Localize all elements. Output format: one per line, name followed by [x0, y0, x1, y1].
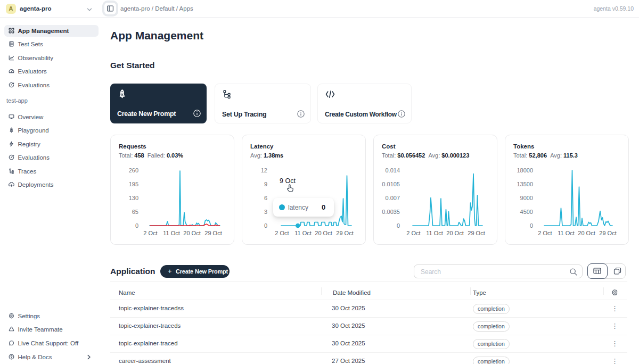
svg-text:0.0035: 0.0035 — [382, 209, 400, 215]
svg-text:Cost: Cost — [382, 143, 396, 150]
svg-text:0: 0 — [530, 222, 533, 229]
svg-text:9: 9 — [264, 181, 267, 187]
svg-text:Total: $0.056452 Avg: $0.0001: Total: $0.056452 Avg: $0.000123 — [382, 152, 469, 159]
svg-text:260: 260 — [129, 167, 138, 173]
svg-text:29 Oct: 29 Oct — [336, 230, 353, 236]
svg-text:Latency: Latency — [250, 143, 274, 150]
svg-text:0: 0 — [264, 222, 267, 229]
svg-text:2 Oct: 2 Oct — [406, 230, 420, 236]
svg-text:2 Oct: 2 Oct — [143, 230, 157, 236]
svg-text:4500: 4500 — [520, 209, 533, 215]
svg-text:18000: 18000 — [517, 167, 533, 173]
svg-text:Total: 52,806 Avg: 115.3: Total: 52,806 Avg: 115.3 — [513, 152, 578, 159]
svg-text:195: 195 — [129, 181, 138, 187]
svg-text:11 Oct: 11 Oct — [163, 230, 180, 236]
svg-text:0: 0 — [397, 222, 400, 229]
svg-text:0.014: 0.014 — [385, 167, 400, 173]
svg-text:29 Oct: 29 Oct — [599, 230, 616, 236]
svg-text:29 Oct: 29 Oct — [468, 230, 485, 236]
svg-text:Tokens: Tokens — [513, 143, 534, 150]
svg-text:20 Oct: 20 Oct — [578, 230, 595, 236]
svg-text:20 Oct: 20 Oct — [446, 230, 463, 236]
svg-text:20 Oct: 20 Oct — [183, 230, 200, 236]
svg-text:2 Oct: 2 Oct — [538, 230, 552, 236]
svg-text:6: 6 — [264, 195, 267, 201]
svg-text:11 Oct: 11 Oct — [426, 230, 443, 236]
svg-text:12: 12 — [261, 167, 267, 173]
svg-text:2 Oct: 2 Oct — [275, 230, 289, 236]
svg-text:0.0105: 0.0105 — [382, 181, 400, 187]
svg-text:20 Oct: 20 Oct — [315, 230, 332, 236]
svg-text:13500: 13500 — [517, 181, 533, 187]
svg-text:11 Oct: 11 Oct — [558, 230, 575, 236]
svg-text:0: 0 — [135, 222, 138, 229]
svg-text:11 Oct: 11 Oct — [294, 230, 312, 236]
svg-text:9000: 9000 — [520, 195, 533, 201]
svg-text:130: 130 — [129, 195, 138, 201]
svg-text:29 Oct: 29 Oct — [204, 230, 222, 236]
svg-text:Requests: Requests — [119, 143, 146, 150]
svg-text:3: 3 — [264, 209, 267, 215]
svg-text:0.007: 0.007 — [385, 195, 400, 201]
svg-text:Avg: 1.38ms: Avg: 1.38ms — [250, 152, 283, 159]
svg-text:Total: 458 Failed: 0.03%: Total: 458 Failed: 0.03% — [119, 152, 183, 159]
svg-text:65: 65 — [132, 209, 138, 215]
